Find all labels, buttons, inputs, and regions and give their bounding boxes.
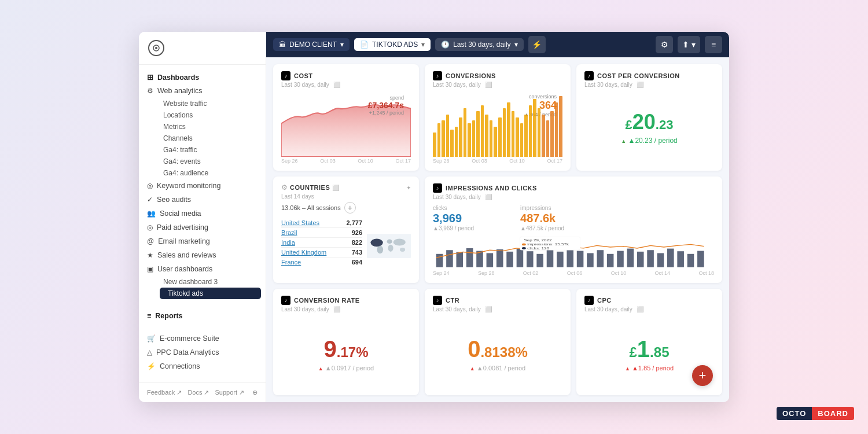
sidebar-item-connections[interactable]: ⚡ Connections <box>139 359 266 373</box>
countries-content: United States 2,777 Brazil 926 India 822 <box>281 216 411 276</box>
main-content: 🏛 DEMO CLIENT ▾ 📄 TIKTOKD ADS ▾ 🕐 Last 3… <box>266 32 729 402</box>
dashboard-selector[interactable]: 📄 TIKTOKD ADS ▾ <box>354 38 431 51</box>
cr-value-area: 9.17% ▲ ▲0.0917 / period <box>281 315 411 388</box>
conv-bar-11 <box>481 105 484 157</box>
share-button[interactable]: ⬆ ▾ <box>678 36 700 53</box>
sidebar-item-channels[interactable]: Channels <box>155 133 266 144</box>
cpc-copy-icon: ⬜ <box>637 306 643 312</box>
conv-bar-18 <box>512 111 515 157</box>
seo-icon: ✓ <box>147 196 153 204</box>
world-map-svg <box>367 216 411 276</box>
sidebar-item-ga4-events[interactable]: Ga4: events <box>155 156 266 167</box>
svg-rect-24 <box>587 253 594 267</box>
svg-point-4 <box>377 246 383 254</box>
ctr-value: 0.8138% <box>468 336 528 362</box>
cr-sub: ▲ ▲0.0917 / period <box>318 365 374 372</box>
sidebar-item-metrics[interactable]: Metrics <box>155 121 266 133</box>
share-icon: ⬆ <box>682 40 689 49</box>
add-icon[interactable]: ⊕ <box>252 389 258 396</box>
sidebar-reports-label[interactable]: ≡ Reports <box>139 308 266 322</box>
keyword-icon: ◎ <box>147 182 153 190</box>
svg-rect-32 <box>667 249 674 267</box>
cpc-main-value-area: £20.23 ▲ ▲20.23 / period <box>584 90 714 164</box>
feedback-link[interactable]: Feedback ↗ <box>147 389 182 396</box>
svg-rect-35 <box>697 251 704 267</box>
sidebar-item-email-marketing[interactable]: @ Email marketing <box>139 234 266 248</box>
clock-icon: 🕐 <box>441 41 450 49</box>
sidebar-dashboards-label[interactable]: ⊞ Dashboards <box>139 69 266 84</box>
sidebar-item-ppc[interactable]: △ PPC Data Analytics <box>139 345 266 359</box>
conv-bar-19 <box>516 117 519 157</box>
metric-pair: clicks 3,969 ▲3,969 / period impressions… <box>433 205 714 231</box>
sidebar-item-tiktokd[interactable]: Tiktokd ads <box>160 288 261 299</box>
compare-button[interactable]: ⚡ <box>528 36 546 53</box>
conv-bar-21 <box>524 115 528 157</box>
svg-rect-12 <box>466 248 473 267</box>
client-selector[interactable]: 🏛 DEMO CLIENT ▾ <box>273 38 350 51</box>
menu-button[interactable]: ≡ <box>705 36 722 53</box>
sidebar-item-user-dashboards[interactable]: ▣ User dashboards <box>139 262 266 276</box>
conv-bar-14 <box>494 127 497 157</box>
conv-bar-23 <box>533 99 536 157</box>
sidebar-item-keyword-monitoring[interactable]: ◎ Keyword monitoring <box>139 179 266 193</box>
sidebar-item-ga4-traffic[interactable]: Ga4: traffic <box>155 144 266 156</box>
add-session-button[interactable]: + <box>344 202 356 214</box>
country-row-uk: United Kingdom 743 <box>281 248 362 258</box>
conv-bar-6 <box>459 117 462 157</box>
svg-point-5 <box>387 240 392 244</box>
cpc-main-sub: ▲ ▲20.23 / period <box>621 137 678 145</box>
sidebar-item-locations[interactable]: Locations <box>155 109 266 121</box>
conv-bar-4 <box>450 130 454 157</box>
svg-rect-22 <box>567 248 573 267</box>
brand-board: BOARD <box>812 407 854 420</box>
svg-point-6 <box>388 245 393 252</box>
svg-rect-34 <box>687 254 694 267</box>
date-filter[interactable]: 🕐 Last 30 days, daily ▾ <box>435 38 523 51</box>
logo-icon <box>148 40 164 56</box>
cpcm-copy-icon: ⬜ <box>637 82 643 88</box>
conversions-card-header: ♪ CONVERSIONS <box>433 71 562 80</box>
conv-bar-29 <box>559 96 562 157</box>
sidebar-item-paid-advertising[interactable]: ◎ Paid advertising <box>139 220 266 234</box>
cost-overlay: spend £7,364.7s +1,245 / period <box>368 95 404 116</box>
sidebar-item-new-dashboard[interactable]: New dashboard 3 <box>155 276 266 288</box>
countries-expand-icon[interactable]: ✦ <box>406 185 411 191</box>
sidebar-item-website-traffic[interactable]: Website traffic <box>155 98 266 109</box>
sidebar-item-ecommerce[interactable]: 🛒 E-commerce Suite <box>139 332 266 345</box>
conv-bar-5 <box>455 127 458 157</box>
impressions-card: ♪ IMPRESSIONS AND CLICKS Last 30 days, d… <box>425 176 722 283</box>
sidebar-item-seo-audits[interactable]: ✓ Seo audits <box>139 193 266 207</box>
dashboard-grid: ♪ COST Last 30 days, daily ⬜ <box>266 57 729 402</box>
branding: OCTO BOARD <box>777 407 854 420</box>
settings-button[interactable]: ⚙ <box>656 36 673 53</box>
dashboard-chevron-icon: ▾ <box>421 41 425 49</box>
impressions-title: IMPRESSIONS AND CLICKS <box>446 185 537 192</box>
sidebar-item-sales-reviews[interactable]: ★ Sales and reviews <box>139 248 266 262</box>
analytics-icon: ⚙ <box>147 87 153 95</box>
countries-list: United States 2,777 Brazil 926 India 822 <box>281 218 362 276</box>
sidebar: ⊞ Dashboards ⚙ Web analytics Website tra… <box>139 32 266 402</box>
sidebar-item-web-analytics[interactable]: ⚙ Web analytics <box>139 84 266 98</box>
paid-icon: ◎ <box>147 223 153 231</box>
support-link[interactable]: Support ↗ <box>215 389 245 396</box>
fab-add-button[interactable]: + <box>692 365 713 386</box>
svg-rect-20 <box>547 249 554 267</box>
ppc-icon: △ <box>147 348 152 356</box>
docs-link[interactable]: Docs ↗ <box>187 389 209 396</box>
client-icon: 🏛 <box>279 41 286 49</box>
countries-title: COUNTRIES <box>290 184 330 191</box>
cr-copy-icon: ⬜ <box>333 306 340 312</box>
spend-label: spend <box>368 95 404 101</box>
sidebar-item-social-media[interactable]: 👥 Social media <box>139 207 266 220</box>
svg-rect-31 <box>657 253 664 267</box>
svg-point-40 <box>522 247 526 249</box>
cost-chart-area: spend £7,364.7s +1,245 / period <box>281 90 411 157</box>
sidebar-ecommerce-section: 🛒 E-commerce Suite △ PPC Data Analytics … <box>139 327 266 378</box>
sidebar-item-ga4-audience[interactable]: Ga4: audience <box>155 167 266 179</box>
conv-copy-icon: ⬜ <box>485 82 492 88</box>
imp-x-labels: Sep 24 Sep 28 Oct 02 Oct 06 Oct 10 Oct 1… <box>433 270 714 276</box>
svg-rect-15 <box>496 249 503 267</box>
cost-value: £7,364.7s <box>368 101 404 110</box>
country-row-in: India 822 <box>281 238 362 248</box>
reports-icon: ≡ <box>147 312 151 320</box>
